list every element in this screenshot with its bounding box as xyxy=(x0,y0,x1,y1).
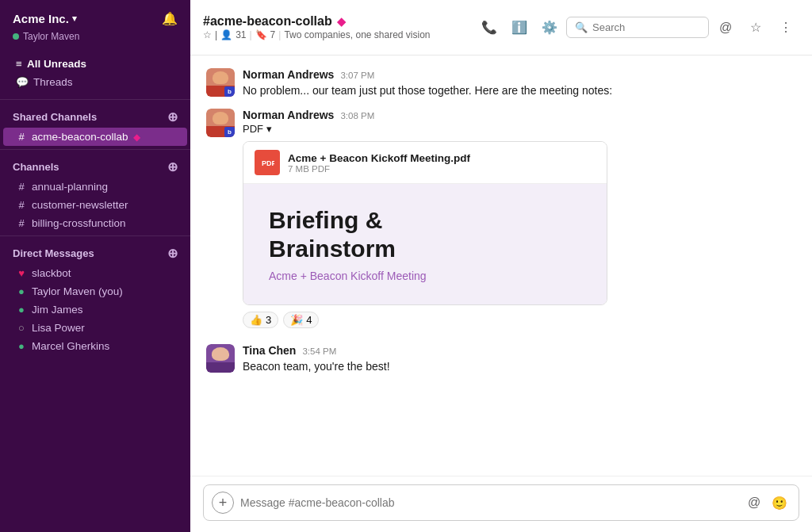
add-shared-channel-button[interactable]: ⊕ xyxy=(167,109,178,124)
message-text-3: Beacon team, you're the best! xyxy=(243,358,796,375)
reaction-party[interactable]: 🎉 4 xyxy=(283,312,319,328)
plus-icon: + xyxy=(219,495,228,511)
channel-name-label: acme-beacon-collab xyxy=(32,131,128,143)
message-input-area: + @ 🙂 xyxy=(190,476,812,532)
dm-online-dot-icon-3: ● xyxy=(16,340,27,352)
add-channel-button[interactable]: ⊕ xyxy=(167,159,178,174)
timestamp-2: 3:08 PM xyxy=(340,111,374,121)
threads-label: Threads xyxy=(33,76,73,88)
channel-title-area: #acme-beacon-collab ◆ ☆ | 👤 31 | 🔖 7 | T… xyxy=(203,14,469,40)
chevron-down-icon: ▾ xyxy=(266,123,272,135)
sidebar-item-slackbot[interactable]: ♥ slackbot xyxy=(3,264,187,282)
dm-online-dot-icon-2: ● xyxy=(16,304,27,316)
avatar-norman-2: b xyxy=(206,109,235,137)
sender-name-1: Norman Andrews xyxy=(243,68,334,81)
search-input[interactable] xyxy=(592,21,700,33)
channel-annual-label: annual-planning xyxy=(32,181,108,193)
attach-plus-button[interactable]: + xyxy=(212,492,234,514)
star-button[interactable]: ☆ xyxy=(742,14,769,41)
channel-name-row: #acme-beacon-collab ◆ xyxy=(203,14,469,29)
sidebar-item-jim-james[interactable]: ● Jim James xyxy=(3,300,187,319)
dm-slackbot-label: slackbot xyxy=(32,267,71,279)
status-dot-icon xyxy=(13,33,19,40)
file-info: Acme + Beacon Kickoff Meeting.pdf 7 MB P… xyxy=(288,152,470,174)
file-card[interactable]: PDF Acme + Beacon Kickoff Meeting.pdf 7 … xyxy=(243,141,607,305)
sidebar-divider-2 xyxy=(0,149,190,150)
badge-b-icon: b xyxy=(224,86,235,97)
sidebar-item-threads[interactable]: 💬 Threads xyxy=(3,73,187,91)
dm-header[interactable]: Direct Messages ⊕ xyxy=(0,239,190,264)
username-label: Taylor Maven xyxy=(23,31,79,42)
info-button[interactable]: ℹ️ xyxy=(506,14,533,41)
shared-channels-label: Shared Channels xyxy=(13,111,97,123)
thumbsup-count: 3 xyxy=(266,314,271,326)
topbar: #acme-beacon-collab ◆ ☆ | 👤 31 | 🔖 7 | T… xyxy=(190,0,812,55)
avatar-tina xyxy=(206,344,235,373)
file-card-header: PDF Acme + Beacon Kickoff Meeting.pdf 7 … xyxy=(243,142,607,184)
reaction-thumbsup[interactable]: 👍 3 xyxy=(243,312,278,328)
dm-offline-dot-icon: ○ xyxy=(16,322,27,334)
sidebar-header: Acme Inc. ▾ 🔔 xyxy=(0,0,190,29)
slackbot-heart-icon: ♥ xyxy=(16,267,27,279)
workspace-name[interactable]: Acme Inc. ▾ xyxy=(13,12,77,25)
sidebar-item-all-unreads[interactable]: ≡ All Unreads xyxy=(3,55,187,73)
channel-newsletter-label: customer-newsletter xyxy=(32,199,128,211)
sidebar-item-lisa-power[interactable]: ○ Lisa Power xyxy=(3,319,187,337)
channel-meta: ☆ | 👤 31 | 🔖 7 | Two companies, one shar… xyxy=(203,29,469,40)
sidebar-item-acme-beacon-collab[interactable]: # acme-beacon-collab ◆ xyxy=(3,128,187,146)
main-content: #acme-beacon-collab ◆ ☆ | 👤 31 | 🔖 7 | T… xyxy=(190,0,812,532)
search-box[interactable]: 🔍 xyxy=(566,17,709,38)
message-content-1: Norman Andrews 3:07 PM No problem... our… xyxy=(243,68,796,99)
unread-lines-icon: ≡ xyxy=(16,58,22,70)
message-header-3: Tina Chen 3:54 PM xyxy=(243,344,796,357)
sender-name-2: Norman Andrews xyxy=(243,109,334,121)
emoji-button[interactable]: 🙂 xyxy=(768,492,791,514)
sidebar-item-annual-planning[interactable]: # annual-planning xyxy=(3,178,187,196)
preview-subtitle: Acme + Beacon Kickoff Meeting xyxy=(269,270,581,282)
message-group-1: b Norman Andrews 3:07 PM No problem... o… xyxy=(206,68,796,99)
hash-icon-3: # xyxy=(16,199,27,211)
message-header-1: Norman Andrews 3:07 PM xyxy=(243,68,796,81)
more-button[interactable]: ⋮ xyxy=(772,14,799,41)
sidebar-item-taylor-maven[interactable]: ● Taylor Maven (you) xyxy=(3,282,187,300)
pdf-dropdown[interactable]: PDF ▾ xyxy=(243,123,796,135)
thumbsup-emoji: 👍 xyxy=(250,314,262,326)
notification-bell-icon[interactable]: 🔔 xyxy=(162,11,178,26)
message-content-3: Tina Chen 3:54 PM Beacon team, you're th… xyxy=(243,344,796,375)
settings-button[interactable]: ⚙️ xyxy=(536,14,563,41)
channel-description: Two companies, one shared vision xyxy=(284,29,430,40)
svg-text:PDF: PDF xyxy=(262,159,274,167)
pdf-file-icon: PDF xyxy=(255,150,280,175)
sidebar-divider-3 xyxy=(0,235,190,236)
channel-name-heading: #acme-beacon-collab xyxy=(203,14,332,29)
at-mention-button[interactable]: @ xyxy=(743,492,765,514)
add-dm-button[interactable]: ⊕ xyxy=(167,246,178,261)
reactions-row: 👍 3 🎉 4 xyxy=(243,312,796,328)
message-input-box[interactable]: + @ 🙂 xyxy=(203,484,799,521)
sidebar-item-customer-newsletter[interactable]: # customer-newsletter xyxy=(3,196,187,214)
channels-label: Channels xyxy=(13,161,59,173)
hash-icon: # xyxy=(16,131,27,143)
shared-channels-header[interactable]: Shared Channels ⊕ xyxy=(0,103,190,128)
dm-jim-label: Jim James xyxy=(32,304,83,316)
sidebar-item-marcel-gherkins[interactable]: ● Marcel Gherkins xyxy=(3,337,187,355)
sidebar-divider xyxy=(0,99,190,100)
message-text-1: No problem... our team just put those to… xyxy=(243,82,796,99)
message-content-2: Norman Andrews 3:08 PM PDF ▾ PDF xyxy=(243,109,796,335)
message-input[interactable] xyxy=(240,496,737,509)
at-button[interactable]: @ xyxy=(712,14,739,41)
channels-header[interactable]: Channels ⊕ xyxy=(0,153,190,178)
dm-marcel-label: Marcel Gherkins xyxy=(32,340,109,352)
file-name-label: Acme + Beacon Kickoff Meeting.pdf xyxy=(288,152,470,164)
file-preview[interactable]: Briefing &Brainstorm Acme + Beacon Kicko… xyxy=(243,184,607,304)
hash-icon-2: # xyxy=(16,181,27,193)
preview-title: Briefing &Brainstorm xyxy=(269,206,581,263)
sidebar-item-billing-crossfunction[interactable]: # billing-crossfunction xyxy=(3,214,187,232)
bookmark-count: 7 xyxy=(270,29,276,40)
input-right-icons: @ 🙂 xyxy=(743,492,791,514)
sender-name-3: Tina Chen xyxy=(243,344,296,357)
avatar-norman-1: b xyxy=(206,68,235,97)
call-button[interactable]: 📞 xyxy=(476,14,503,41)
nav-section: ≡ All Unreads 💬 Threads xyxy=(0,50,190,96)
messages-area: b Norman Andrews 3:07 PM No problem... o… xyxy=(190,55,812,476)
